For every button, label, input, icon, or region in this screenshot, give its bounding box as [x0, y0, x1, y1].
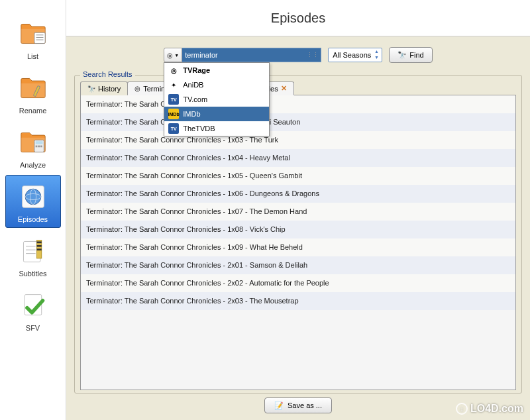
result-row[interactable]: Terminator: The Sarah Connor Chronicles …: [81, 185, 515, 203]
source-icon: ◎: [168, 65, 179, 76]
save-button-label: Save as ...: [288, 401, 322, 409]
svg-rect-6: [35, 141, 42, 144]
results-fieldset: Search Results 🔭 History ◎ Terminator: T…: [74, 75, 522, 394]
result-row[interactable]: Terminator: The Sarah Connor Chronicles …: [81, 149, 515, 167]
results-list[interactable]: Terminator: The Sarah Connor Chronicles …: [80, 95, 516, 390]
globe-icon: [17, 181, 49, 213]
tab-label: History: [98, 85, 121, 93]
find-button-label: Find: [409, 51, 423, 59]
sidebar: List Rename Analyze Episodes Subtitles S…: [0, 0, 66, 420]
dropdown-item-thetvdb[interactable]: TVTheTVDB: [164, 121, 269, 136]
resize-handle-icon[interactable]: ⋮⋮: [307, 52, 319, 58]
watermark-text: LO4D.com: [470, 403, 523, 415]
result-row[interactable]: Terminator: The Sarah Connor Chronicles …: [81, 95, 515, 113]
source-dropdown: ◎TVRage✦AniDBTVTV.comIMDbIMDbTVTheTVDB: [164, 62, 270, 136]
subtitles-icon: [17, 235, 49, 267]
tv-icon: TV: [168, 94, 179, 105]
save-row: 📝 Save as ...: [74, 394, 522, 415]
tab-history[interactable]: 🔭 History: [80, 81, 128, 95]
result-row[interactable]: Terminator: The Sarah Connor Chronicles …: [81, 292, 515, 310]
result-row[interactable]: Terminator: The Sarah Connor Chronicles …: [81, 113, 515, 131]
tv-icon: ◎: [167, 52, 173, 59]
result-tabs: 🔭 History ◎ Terminator: The Sarah Connor…: [80, 81, 516, 95]
result-row[interactable]: Terminator: The Sarah Connor Chronicles …: [81, 238, 515, 256]
result-row[interactable]: Terminator: The Sarah Connor Chronicles …: [81, 131, 515, 149]
sidebar-item-label: Episodes: [9, 215, 58, 223]
svg-rect-8: [38, 146, 40, 148]
sidebar-item-subtitles[interactable]: Subtitles: [5, 229, 61, 282]
main-area: Episodes ◎ ▼ ⋮⋮ ◎TVRage✦AniDBTVTV.comIMD…: [66, 0, 530, 420]
binoculars-icon: 🔭: [87, 85, 95, 93]
page-title: Episodes: [271, 11, 325, 26]
close-icon[interactable]: ✕: [281, 84, 287, 93]
search-row: ◎ ▼ ⋮⋮ ◎TVRage✦AniDBTVTV.comIMDbIMDbTVTh…: [74, 47, 522, 63]
folder-pencil-icon: [17, 72, 49, 104]
dropdown-item-label: AniDB: [183, 81, 203, 89]
season-select-label: All Seasons: [333, 51, 371, 59]
result-row[interactable]: Terminator: The Sarah Connor Chronicles …: [81, 256, 515, 274]
sidebar-item-label: SFV: [9, 324, 58, 332]
result-row[interactable]: Terminator: The Sarah Connor Chronicles …: [81, 203, 515, 221]
svg-rect-16: [36, 241, 41, 243]
chevron-down-icon: ▼: [174, 53, 179, 58]
dropdown-item-label: TV.com: [183, 95, 207, 103]
save-as-button[interactable]: 📝 Save as ...: [264, 397, 332, 413]
find-button[interactable]: 🔭 Find: [389, 47, 432, 63]
app-root: List Rename Analyze Episodes Subtitles S…: [0, 0, 530, 420]
sidebar-item-label: Subtitles: [9, 270, 58, 278]
search-input-group: ◎ ▼ ⋮⋮ ◎TVRage✦AniDBTVTV.comIMDbIMDbTVTh…: [164, 48, 321, 62]
result-row[interactable]: Terminator: The Sarah Connor Chronicles …: [81, 274, 515, 292]
sidebar-item-analyze[interactable]: Analyze: [5, 121, 61, 174]
download-icon: ↓: [456, 403, 468, 415]
dropdown-item-tvrage[interactable]: ◎TVRage: [164, 63, 269, 78]
result-row[interactable]: Terminator: The Sarah Connor Chronicles …: [81, 221, 515, 238]
content-area: ◎ ▼ ⋮⋮ ◎TVRage✦AniDBTVTV.comIMDbIMDbTVTh…: [66, 36, 530, 420]
spinner-down-icon[interactable]: ▼: [372, 55, 380, 61]
binoculars-icon: 🔭: [398, 51, 407, 60]
svg-rect-9: [40, 146, 42, 148]
svg-rect-7: [35, 146, 37, 148]
season-spinner: ▲ ▼: [372, 49, 380, 61]
sidebar-item-episodes[interactable]: Episodes: [5, 175, 61, 228]
dropdown-item-label: TVRage: [183, 66, 210, 74]
tv-icon: TV: [168, 123, 179, 134]
fieldset-legend: Search Results: [80, 70, 135, 78]
sidebar-item-rename[interactable]: Rename: [5, 66, 61, 119]
dropdown-item-label: TheTVDB: [183, 125, 215, 132]
svg-rect-18: [36, 248, 41, 250]
season-select[interactable]: All Seasons ▲ ▼: [328, 48, 382, 62]
imdb-icon: IMDb: [168, 109, 179, 119]
dropdown-item-imdb[interactable]: IMDbIMDb: [164, 107, 269, 121]
dropdown-item-tvcom[interactable]: TVTV.com: [164, 92, 269, 107]
sidebar-item-label: Rename: [9, 107, 58, 115]
spinner-up-icon[interactable]: ▲: [372, 49, 380, 55]
sidebar-item-label: List: [9, 52, 58, 60]
search-input[interactable]: [182, 48, 321, 62]
dropdown-item-label: IMDb: [183, 110, 200, 118]
source-dropdown-button[interactable]: ◎ ▼: [164, 48, 182, 62]
folder-calc-icon: [17, 127, 49, 158]
result-row[interactable]: Terminator: The Sarah Connor Chronicles …: [81, 167, 515, 185]
title-bar: Episodes: [66, 0, 530, 36]
dropdown-item-anidb[interactable]: ✦AniDB: [164, 78, 269, 92]
folder-lines-icon: [17, 18, 49, 50]
sidebar-item-list[interactable]: List: [5, 12, 61, 65]
sidebar-item-label: Analyze: [9, 161, 58, 169]
svg-rect-17: [36, 245, 41, 247]
check-icon: [17, 289, 49, 321]
svg-rect-0: [34, 32, 44, 43]
document-icon: 📝: [274, 401, 284, 410]
source-icon: ✦: [168, 79, 179, 90]
svg-point-11: [25, 189, 41, 205]
watermark: ↓ LO4D.com: [456, 403, 523, 415]
tv-icon: ◎: [134, 85, 140, 92]
sidebar-item-sfv[interactable]: SFV: [5, 284, 61, 337]
